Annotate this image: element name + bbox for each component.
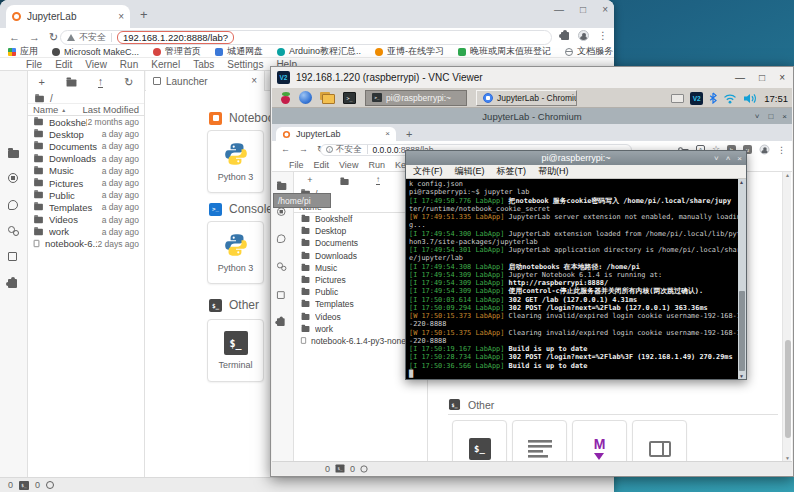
menu-item[interactable]: Edit — [55, 59, 72, 70]
vnc-close-button[interactable]: × — [779, 72, 785, 83]
page-scrollbar[interactable]: ▲ ▼ — [782, 172, 791, 461]
bookmark-item[interactable]: 亚博-在线学习 — [375, 46, 444, 58]
terminal-close-button[interactable]: × — [737, 154, 742, 163]
wifi-icon[interactable] — [723, 93, 737, 104]
kernel-status-icon[interactable] — [46, 481, 54, 489]
file-row[interactable]: worka day ago — [28, 226, 144, 238]
command-palette-icon[interactable] — [277, 231, 286, 246]
forward-icon[interactable]: → — [299, 145, 308, 154]
upload-icon[interactable]: ↑ — [376, 176, 380, 186]
file-row[interactable]: notebook-6.1...2 days ago — [28, 238, 144, 250]
terminal-status-icon[interactable]: $_ — [336, 464, 345, 472]
chromium-close-button[interactable]: × — [782, 112, 787, 121]
taskbar-clock[interactable]: 17:51 — [764, 93, 788, 104]
contextual-help-tile[interactable] — [632, 420, 687, 461]
menu-item[interactable]: Kernel — [151, 59, 180, 70]
window-maximize-button[interactable]: □ — [580, 4, 586, 15]
tab-close-icon[interactable]: × — [385, 130, 390, 138]
property-inspector-icon[interactable] — [277, 259, 286, 274]
vnc-minimize-button[interactable]: — — [735, 72, 745, 83]
chrome-menu-icon[interactable]: ⋮ — [598, 30, 608, 41]
file-row[interactable]: Desktopa day ago — [28, 128, 144, 140]
terminal-launcher-icon[interactable]: >_ — [343, 92, 356, 104]
column-last-modified[interactable]: Last Modified — [82, 104, 139, 115]
notebook-python3-tile[interactable]: Python 3 — [207, 130, 264, 193]
terminal-tile[interactable]: $_ Terminal — [207, 319, 264, 382]
volume-icon[interactable] — [743, 93, 758, 104]
bookmark-item[interactable]: 晚班或周末值班登记 — [458, 46, 551, 58]
file-browser-icon[interactable] — [277, 178, 286, 193]
file-row[interactable]: Picturesa day ago — [28, 177, 144, 189]
window-minimize-button[interactable]: — — [554, 4, 564, 15]
back-icon[interactable]: ← — [9, 32, 20, 43]
file-row[interactable]: Publica day ago — [28, 189, 144, 201]
keyboard-tray-icon[interactable] — [671, 94, 684, 103]
file-row[interactable]: Documentsa day ago — [28, 140, 144, 152]
forward-icon[interactable]: → — [29, 32, 40, 43]
window-close-button[interactable]: × — [602, 4, 608, 15]
menu-item[interactable]: 帮助(H) — [538, 165, 569, 178]
refresh-icon[interactable]: ↻ — [124, 77, 133, 88]
bookmark-item[interactable]: 文档服务 下载页 — [565, 46, 614, 58]
taskbar-terminal-button[interactable]: >_ pi@raspberrypi:~ — [365, 90, 467, 106]
menu-item[interactable]: Edit — [314, 160, 330, 170]
file-browser-icon[interactable] — [8, 144, 19, 162]
extension-manager-icon[interactable] — [277, 314, 285, 329]
new-launcher-icon[interactable]: + — [38, 77, 44, 88]
vnc-server-tray-icon[interactable]: V2 — [690, 92, 703, 105]
menu-item[interactable]: 编辑(E) — [455, 165, 485, 178]
menu-item[interactable]: 标签(T) — [497, 165, 527, 178]
taskbar-chromium-button[interactable]: JupyterLab - Chromiu.. — [476, 90, 577, 106]
terminal-title-bar[interactable]: pi@raspberrypi:~ ˅ ˄ × — [406, 151, 746, 165]
new-folder-icon[interactable] — [66, 73, 77, 91]
extension-manager-icon[interactable] — [8, 274, 17, 292]
bookmark-item[interactable]: 城通网盘 — [215, 46, 263, 58]
launcher-tab[interactable]: Launcher × — [146, 71, 265, 91]
chromium-title-bar[interactable]: JupyterLab - Chromium ˅ □ × — [272, 108, 792, 124]
kernel-status-icon[interactable] — [360, 465, 367, 472]
chromium-tab-jupyterlab[interactable]: JupyterLab × — [276, 127, 396, 141]
file-row[interactable]: Bookshelf2 months ago — [28, 116, 144, 128]
file-row[interactable]: Musica day ago — [28, 165, 144, 177]
new-launcher-icon[interactable]: + — [307, 176, 312, 185]
open-tabs-icon[interactable] — [277, 287, 285, 302]
terminal-minimize-button[interactable]: ˄ — [726, 154, 731, 163]
bookmarks-overflow-icon[interactable]: » — [598, 46, 604, 57]
file-manager-icon[interactable] — [320, 92, 335, 104]
chromium-maximize-button[interactable]: □ — [768, 112, 773, 121]
extensions-icon[interactable] — [561, 32, 569, 40]
bookmark-item[interactable]: Arduino教程汇总.. — [277, 46, 361, 58]
command-palette-icon[interactable] — [8, 196, 18, 214]
terminal-status-icon[interactable]: $_ — [19, 481, 29, 490]
file-row[interactable]: Videosa day ago — [28, 214, 144, 226]
text-file-tile[interactable] — [512, 420, 567, 461]
url-host[interactable]: 0.0.0.0 — [373, 145, 399, 155]
new-folder-icon[interactable] — [339, 172, 350, 190]
menu-item[interactable]: 文件(F) — [413, 165, 443, 178]
scroll-up-icon[interactable]: ▲ — [739, 179, 744, 185]
terminal-scrollbar[interactable]: ▲ ▼ — [738, 179, 746, 379]
file-row[interactable]: Downloadsa day ago — [28, 153, 144, 165]
home-folder-icon[interactable] — [35, 95, 44, 101]
bookmark-item[interactable]: 应用 — [8, 46, 38, 58]
terminal-tile[interactable]: $_ — [452, 420, 507, 461]
file-row[interactable]: Templatesa day ago — [28, 201, 144, 213]
menu-item[interactable]: File — [289, 160, 304, 170]
menu-item[interactable]: Run — [368, 160, 385, 170]
scrollbar-thumb[interactable] — [739, 291, 745, 371]
vnc-title-bar[interactable]: V2 192.168.1.220 (raspberrypi) - VNC Vie… — [271, 67, 793, 88]
vnc-maximize-button[interactable]: □ — [759, 72, 765, 83]
launcher-tab-close-icon[interactable]: × — [251, 76, 257, 86]
back-icon[interactable]: ← — [281, 145, 290, 154]
tab-close-icon[interactable]: × — [118, 12, 124, 22]
raspberry-menu-icon[interactable] — [280, 92, 291, 104]
new-tab-button[interactable]: + — [406, 128, 412, 140]
url-text[interactable]: 192.168.1.220:8888/lab? — [123, 32, 228, 43]
scroll-up-icon[interactable]: ▲ — [785, 172, 790, 178]
scroll-down-icon[interactable]: ▼ — [739, 373, 744, 379]
upload-icon[interactable]: ↑ — [98, 76, 104, 89]
bookmark-item[interactable]: 管理首页 — [153, 46, 201, 58]
open-tabs-icon[interactable] — [8, 247, 17, 265]
menu-item[interactable]: File — [26, 59, 42, 70]
terminal-shade-button[interactable]: ˅ — [714, 154, 719, 163]
